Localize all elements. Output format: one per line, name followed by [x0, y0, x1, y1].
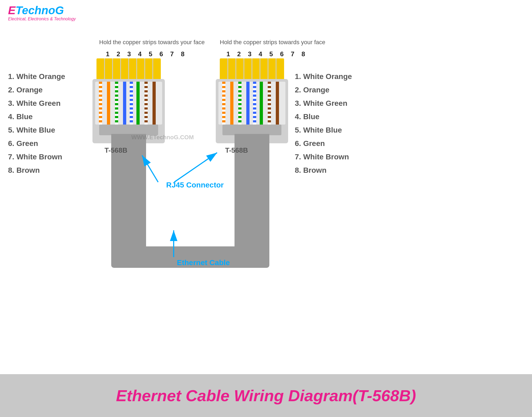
bottom-cable — [111, 246, 269, 268]
left-cable-body — [111, 134, 146, 209]
logo: ETechnoG Electrical, Electronics & Techn… — [8, 5, 76, 21]
right-wire-2: 2. Orange — [295, 86, 329, 94]
rj45-label: RJ45 Connector — [166, 181, 224, 189]
right-wire-1: 1. White Orange — [295, 72, 352, 81]
header: ETechnoG Electrical, Electronics & Techn… — [0, 0, 532, 24]
left-connector-body — [92, 79, 165, 143]
right-arrow — [174, 153, 217, 182]
left-wire-7: 7. White Brown — [8, 153, 62, 161]
right-connector-tab — [222, 125, 281, 135]
logo-technog: TechnoG — [16, 4, 64, 17]
left-arrow — [142, 155, 158, 182]
left-wire-5: 5. White Blue — [8, 126, 55, 134]
left-wire-3: 3. White Green — [8, 99, 61, 107]
right-connector-body — [216, 79, 288, 143]
left-wire-8: 8. Brown — [8, 166, 40, 174]
right-wire-6: 6. Green — [295, 139, 325, 148]
logo-text: ETechnoG — [8, 5, 76, 16]
right-wire-4: 4. Blue — [295, 112, 319, 121]
right-wire-5: 5. White Blue — [295, 126, 342, 134]
left-connector-inner — [95, 82, 162, 125]
right-cable-body — [235, 134, 269, 209]
watermark: WWW.ETechnoG.COM — [131, 134, 194, 141]
right-pin-numbers: 1 2 3 4 5 6 7 8 — [226, 50, 308, 58]
left-contacts-bg — [96, 58, 161, 80]
left-t568b-label: T-568B — [105, 146, 127, 154]
left-wire-2: 2. Orange — [8, 86, 43, 94]
svg-rect-40 — [111, 217, 146, 249]
right-instruction: Hold the copper strips towards your face — [220, 39, 325, 46]
left-instruction: Hold the copper strips towards your face — [99, 39, 205, 46]
left-wire-1: 1. White Orange — [8, 72, 65, 81]
svg-rect-38 — [111, 208, 146, 218]
logo-e: E — [8, 4, 16, 17]
left-wire-6: 6. Green — [8, 139, 38, 148]
main-diagram: Hold the copper strips towards your face… — [0, 0, 532, 375]
right-wire-7: 7. White Brown — [295, 153, 349, 161]
svg-rect-41 — [235, 217, 269, 249]
right-connector-inner — [218, 82, 285, 125]
footer-title: Ethernet Cable Wiring Diagram(T-568B) — [116, 386, 416, 405]
right-t568b-label: T-568B — [225, 146, 248, 154]
right-wire-8: 8. Brown — [295, 166, 326, 174]
left-connector-tab — [99, 125, 158, 135]
left-pin-numbers: 1 2 3 4 5 6 7 8 — [106, 50, 187, 58]
logo-subtitle: Electrical, Electronics & Technology — [8, 17, 76, 21]
footer-banner: Ethernet Cable Wiring Diagram(T-568B) — [0, 374, 532, 417]
right-contacts-bg — [220, 58, 284, 80]
right-wire-3: 3. White Green — [295, 99, 347, 107]
ethernet-label: Ethernet Cable — [177, 258, 230, 267]
svg-rect-39 — [235, 208, 269, 218]
left-wire-4: 4. Blue — [8, 112, 33, 121]
